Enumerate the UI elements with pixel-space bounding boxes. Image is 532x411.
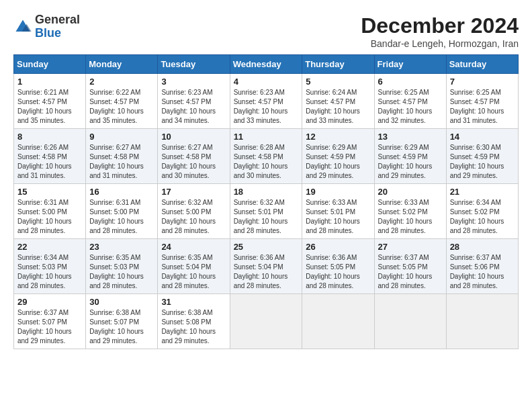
day-info-26: Sunrise: 6:36 AM Sunset: 5:05 PM Dayligh… (306, 253, 370, 291)
logo: General Blue (13, 13, 80, 40)
calendar-day-5: 5Sunrise: 6:24 AM Sunset: 4:57 PM Daylig… (302, 74, 374, 129)
day-number-30: 30 (89, 297, 154, 307)
day-number-21: 21 (450, 187, 515, 197)
day-number-12: 12 (306, 132, 370, 142)
day-info-9: Sunrise: 6:27 AM Sunset: 4:58 PM Dayligh… (89, 143, 154, 181)
calendar-day-6: 6Sunrise: 6:25 AM Sunset: 4:57 PM Daylig… (374, 74, 446, 129)
day-info-11: Sunrise: 6:28 AM Sunset: 4:58 PM Dayligh… (234, 143, 299, 181)
day-info-14: Sunrise: 6:30 AM Sunset: 4:59 PM Dayligh… (450, 143, 515, 181)
day-number-15: 15 (17, 187, 82, 197)
calendar-day-19: 19Sunrise: 6:33 AM Sunset: 5:01 PM Dayli… (302, 184, 374, 239)
header-friday: Friday (374, 55, 446, 74)
day-info-30: Sunrise: 6:38 AM Sunset: 5:07 PM Dayligh… (89, 308, 154, 346)
calendar-week-3: 15Sunrise: 6:31 AM Sunset: 5:00 PM Dayli… (14, 184, 519, 239)
calendar-day-7: 7Sunrise: 6:25 AM Sunset: 4:57 PM Daylig… (446, 74, 518, 129)
calendar-day-30: 30Sunrise: 6:38 AM Sunset: 5:07 PM Dayli… (86, 294, 158, 349)
day-info-2: Sunrise: 6:22 AM Sunset: 4:57 PM Dayligh… (89, 88, 154, 126)
day-info-16: Sunrise: 6:31 AM Sunset: 5:00 PM Dayligh… (89, 198, 154, 236)
day-number-31: 31 (161, 297, 226, 307)
logo-text: General Blue (35, 13, 80, 40)
day-info-25: Sunrise: 6:36 AM Sunset: 5:04 PM Dayligh… (234, 253, 299, 291)
calendar-day-2: 2Sunrise: 6:22 AM Sunset: 4:57 PM Daylig… (86, 74, 158, 129)
day-number-9: 9 (89, 132, 154, 142)
day-number-17: 17 (161, 187, 226, 197)
day-info-5: Sunrise: 6:24 AM Sunset: 4:57 PM Dayligh… (306, 88, 370, 126)
calendar-day-empty (374, 294, 446, 349)
day-number-2: 2 (89, 77, 154, 87)
calendar-day-16: 16Sunrise: 6:31 AM Sunset: 5:00 PM Dayli… (86, 184, 158, 239)
calendar-header-row: SundayMondayTuesdayWednesdayThursdayFrid… (14, 55, 519, 74)
month-year-title: December 2024 (361, 13, 519, 38)
calendar-day-29: 29Sunrise: 6:37 AM Sunset: 5:07 PM Dayli… (14, 294, 86, 349)
day-info-10: Sunrise: 6:27 AM Sunset: 4:58 PM Dayligh… (161, 143, 226, 181)
day-number-27: 27 (378, 242, 443, 252)
day-info-8: Sunrise: 6:26 AM Sunset: 4:58 PM Dayligh… (17, 143, 82, 181)
calendar-week-1: 1Sunrise: 6:21 AM Sunset: 4:57 PM Daylig… (14, 74, 519, 129)
calendar-day-9: 9Sunrise: 6:27 AM Sunset: 4:58 PM Daylig… (86, 129, 158, 184)
day-info-19: Sunrise: 6:33 AM Sunset: 5:01 PM Dayligh… (306, 198, 370, 236)
header-tuesday: Tuesday (158, 55, 230, 74)
day-info-21: Sunrise: 6:34 AM Sunset: 5:02 PM Dayligh… (450, 198, 515, 236)
day-number-13: 13 (378, 132, 443, 142)
calendar-week-5: 29Sunrise: 6:37 AM Sunset: 5:07 PM Dayli… (14, 294, 519, 349)
day-number-24: 24 (161, 242, 226, 252)
day-number-22: 22 (17, 242, 82, 252)
page-header: General Blue December 2024 Bandar-e Leng… (13, 13, 519, 49)
day-number-1: 1 (17, 77, 82, 87)
calendar-week-4: 22Sunrise: 6:34 AM Sunset: 5:03 PM Dayli… (14, 239, 519, 294)
day-info-20: Sunrise: 6:33 AM Sunset: 5:02 PM Dayligh… (378, 198, 443, 236)
day-number-4: 4 (234, 77, 299, 87)
logo-icon (13, 17, 32, 36)
day-info-7: Sunrise: 6:25 AM Sunset: 4:57 PM Dayligh… (450, 88, 515, 126)
calendar-day-8: 8Sunrise: 6:26 AM Sunset: 4:58 PM Daylig… (14, 129, 86, 184)
day-number-11: 11 (234, 132, 299, 142)
header-monday: Monday (86, 55, 158, 74)
calendar-day-3: 3Sunrise: 6:23 AM Sunset: 4:57 PM Daylig… (158, 74, 230, 129)
calendar-day-4: 4Sunrise: 6:23 AM Sunset: 4:57 PM Daylig… (230, 74, 302, 129)
day-number-26: 26 (306, 242, 370, 252)
title-section: December 2024 Bandar-e Lengeh, Hormozgan… (361, 13, 519, 49)
day-info-29: Sunrise: 6:37 AM Sunset: 5:07 PM Dayligh… (17, 308, 82, 346)
day-info-23: Sunrise: 6:35 AM Sunset: 5:03 PM Dayligh… (89, 253, 154, 291)
calendar-day-10: 10Sunrise: 6:27 AM Sunset: 4:58 PM Dayli… (158, 129, 230, 184)
day-number-6: 6 (378, 77, 443, 87)
day-number-29: 29 (17, 297, 82, 307)
calendar-day-25: 25Sunrise: 6:36 AM Sunset: 5:04 PM Dayli… (230, 239, 302, 294)
calendar-day-13: 13Sunrise: 6:29 AM Sunset: 4:59 PM Dayli… (374, 129, 446, 184)
calendar-day-26: 26Sunrise: 6:36 AM Sunset: 5:05 PM Dayli… (302, 239, 374, 294)
day-info-13: Sunrise: 6:29 AM Sunset: 4:59 PM Dayligh… (378, 143, 443, 181)
day-info-17: Sunrise: 6:32 AM Sunset: 5:00 PM Dayligh… (161, 198, 226, 236)
location-subtitle: Bandar-e Lengeh, Hormozgan, Iran (361, 38, 519, 49)
day-number-10: 10 (161, 132, 226, 142)
day-info-6: Sunrise: 6:25 AM Sunset: 4:57 PM Dayligh… (378, 88, 443, 126)
day-number-16: 16 (89, 187, 154, 197)
day-info-28: Sunrise: 6:37 AM Sunset: 5:06 PM Dayligh… (450, 253, 515, 291)
calendar-day-17: 17Sunrise: 6:32 AM Sunset: 5:00 PM Dayli… (158, 184, 230, 239)
day-info-3: Sunrise: 6:23 AM Sunset: 4:57 PM Dayligh… (161, 88, 226, 126)
day-number-18: 18 (234, 187, 299, 197)
calendar-day-1: 1Sunrise: 6:21 AM Sunset: 4:57 PM Daylig… (14, 74, 86, 129)
day-number-20: 20 (378, 187, 443, 197)
day-number-23: 23 (89, 242, 154, 252)
header-sunday: Sunday (14, 55, 86, 74)
calendar-day-21: 21Sunrise: 6:34 AM Sunset: 5:02 PM Dayli… (446, 184, 518, 239)
day-info-12: Sunrise: 6:29 AM Sunset: 4:59 PM Dayligh… (306, 143, 370, 181)
day-info-27: Sunrise: 6:37 AM Sunset: 5:05 PM Dayligh… (378, 253, 443, 291)
calendar-day-14: 14Sunrise: 6:30 AM Sunset: 4:59 PM Dayli… (446, 129, 518, 184)
day-info-15: Sunrise: 6:31 AM Sunset: 5:00 PM Dayligh… (17, 198, 82, 236)
day-number-3: 3 (161, 77, 226, 87)
day-info-31: Sunrise: 6:38 AM Sunset: 5:08 PM Dayligh… (161, 308, 226, 346)
day-info-1: Sunrise: 6:21 AM Sunset: 4:57 PM Dayligh… (17, 88, 82, 126)
calendar-day-12: 12Sunrise: 6:29 AM Sunset: 4:59 PM Dayli… (302, 129, 374, 184)
day-info-24: Sunrise: 6:35 AM Sunset: 5:04 PM Dayligh… (161, 253, 226, 291)
day-number-19: 19 (306, 187, 370, 197)
calendar-day-empty (302, 294, 374, 349)
header-wednesday: Wednesday (230, 55, 302, 74)
calendar-day-11: 11Sunrise: 6:28 AM Sunset: 4:58 PM Dayli… (230, 129, 302, 184)
day-number-5: 5 (306, 77, 370, 87)
calendar-day-empty (230, 294, 302, 349)
day-info-22: Sunrise: 6:34 AM Sunset: 5:03 PM Dayligh… (17, 253, 82, 291)
calendar-day-24: 24Sunrise: 6:35 AM Sunset: 5:04 PM Dayli… (158, 239, 230, 294)
calendar-day-22: 22Sunrise: 6:34 AM Sunset: 5:03 PM Dayli… (14, 239, 86, 294)
day-info-4: Sunrise: 6:23 AM Sunset: 4:57 PM Dayligh… (234, 88, 299, 126)
